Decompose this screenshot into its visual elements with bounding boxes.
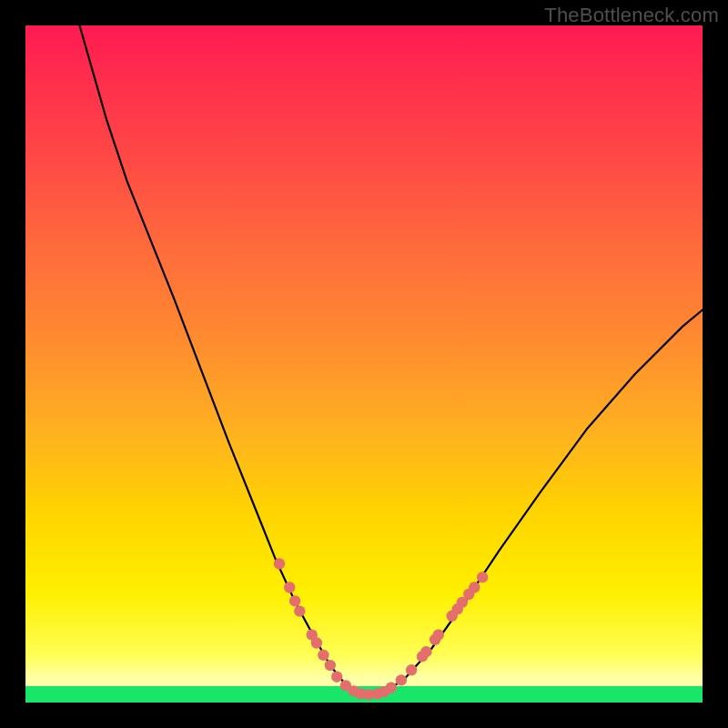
- chart-frame: TheBottleneck.com: [0, 0, 728, 728]
- curve-marker: [420, 646, 431, 657]
- curve-marker: [386, 682, 397, 693]
- curve-marker: [289, 595, 300, 606]
- curve-marker: [433, 629, 444, 640]
- curve-markers: [274, 558, 489, 700]
- curve-marker: [311, 637, 322, 648]
- curve-marker: [325, 660, 336, 671]
- watermark-text: TheBottleneck.com: [544, 4, 719, 27]
- curve-marker: [469, 581, 480, 592]
- curve-marker: [477, 571, 488, 582]
- curve-marker: [331, 672, 342, 682]
- curve-marker: [294, 605, 305, 616]
- chart-svg: [25, 25, 703, 703]
- curve-marker: [284, 581, 295, 592]
- plot-area: [25, 25, 703, 703]
- curve-marker: [406, 664, 417, 675]
- curve-marker: [396, 674, 407, 685]
- curve-marker: [318, 650, 329, 661]
- curve-marker: [274, 558, 285, 569]
- bottleneck-curve: [80, 25, 703, 694]
